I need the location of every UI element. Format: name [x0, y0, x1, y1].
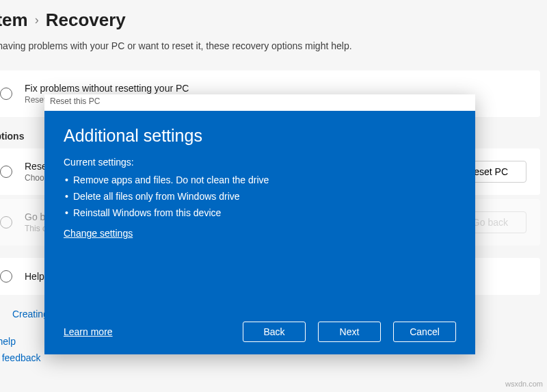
settings-item: Delete all files only from Windows drive	[64, 188, 456, 205]
reset-icon	[0, 166, 12, 178]
settings-list: Remove apps and files. Do not clean the …	[64, 172, 456, 221]
cancel-button[interactable]: Cancel	[393, 322, 456, 342]
settings-item: Reinstall Windows from this device	[64, 205, 456, 221]
current-settings-label: Current settings:	[64, 157, 456, 168]
chevron-right-icon: ›	[35, 13, 39, 27]
watermark: wsxdn.com	[505, 380, 543, 388]
change-settings-link[interactable]: Change settings	[64, 228, 456, 239]
back-button[interactable]: Back	[243, 322, 306, 342]
breadcrumb: stem › Recovery	[0, 0, 547, 35]
breadcrumb-current: Recovery	[46, 10, 126, 31]
dialog-body: Additional settings Current settings: Re…	[44, 111, 475, 354]
goback-icon	[0, 216, 12, 228]
next-button[interactable]: Next	[318, 322, 381, 342]
card-title: Fix problems without resetting your PC	[25, 83, 526, 94]
breadcrumb-parent[interactable]: stem	[0, 10, 28, 31]
dialog-titlebar: Reset this PC	[44, 94, 475, 111]
dialog-heading: Additional settings	[64, 126, 456, 146]
page-subtitle: re having problems with your PC or want …	[0, 40, 547, 51]
help-icon	[0, 270, 12, 283]
learn-more-link[interactable]: Learn more	[64, 326, 113, 337]
dialog-footer: Learn more Back Next Cancel	[64, 322, 456, 342]
reset-pc-dialog: Reset this PC Additional settings Curren…	[44, 94, 475, 354]
info-icon	[0, 88, 12, 100]
settings-item: Remove apps and files. Do not clean the …	[64, 172, 456, 188]
